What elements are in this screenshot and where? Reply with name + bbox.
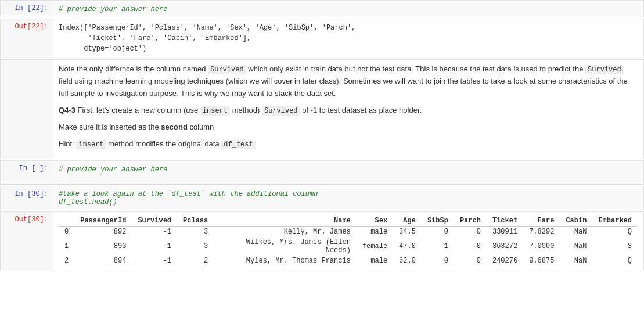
cell-row0-age: 34.5 bbox=[393, 226, 422, 237]
cell-row2-fare: 9.6875 bbox=[523, 256, 560, 266]
cell-out30-label: Out[30]: bbox=[1, 212, 53, 270]
table-row: 1 893 -1 3 Wilkes, Mrs. James (Ellen Nee… bbox=[59, 237, 638, 256]
cell-in30-code: #take a look again at the `df_test` with… bbox=[59, 190, 638, 206]
cell-row1-idx: 1 bbox=[59, 237, 74, 256]
col-header-age: Age bbox=[393, 216, 422, 227]
cell-row1-ticket: 363272 bbox=[487, 237, 523, 256]
cell-row2-pid: 894 bbox=[74, 256, 132, 266]
code-insert: insert bbox=[200, 106, 230, 116]
cell-out22-text: Index(['PassengerId', 'Pclass', 'Name', … bbox=[59, 24, 355, 53]
cell-in-empty-label: In [ ]: bbox=[1, 161, 53, 184]
cell-row1-pclass: 3 bbox=[177, 237, 214, 256]
cell-row1-age: 47.0 bbox=[393, 237, 422, 256]
table-row: 2 894 -1 2 Myles, Mr. Thomas Francis mal… bbox=[59, 256, 638, 266]
cell-row2-age: 62.0 bbox=[393, 256, 422, 266]
col-header-parch: Parch bbox=[454, 216, 487, 227]
cell-row0-cabin: NaN bbox=[560, 226, 592, 237]
cell-row2-embarked: Q bbox=[592, 256, 638, 266]
cell-in30: In [30]: #take a look again at the `df_t… bbox=[0, 186, 644, 210]
para-q43: Q4-3 First, let's create a new column (u… bbox=[59, 105, 638, 117]
cell-row0-ticket: 330911 bbox=[487, 226, 523, 237]
cell-row2-sex: male bbox=[357, 256, 393, 266]
para-second-col: Make sure it is inserted as the second c… bbox=[59, 121, 638, 134]
cell-in30-content[interactable]: #take a look again at the `df_test` with… bbox=[53, 186, 643, 210]
cell-out30-content: PassengerId Survived Pclass Name Sex Age… bbox=[53, 212, 643, 270]
cell-row0-name: Kelly, Mr. James bbox=[214, 226, 357, 237]
cell-row0-fare: 7.8292 bbox=[523, 226, 560, 237]
para-survived-note: Note the only differnce is the column na… bbox=[59, 63, 638, 100]
cell-row1-survived: -1 bbox=[132, 237, 177, 256]
cell-row2-name: Myles, Mr. Thomas Francis bbox=[214, 256, 357, 266]
cell-row0-sex: male bbox=[357, 226, 393, 237]
cell-row2-ticket: 240276 bbox=[487, 256, 523, 266]
cell-out22-content: Index(['PassengerId', 'Pclass', 'Name', … bbox=[53, 19, 643, 58]
cell-row0-survived: -1 bbox=[132, 226, 177, 237]
col-header-survived: Survived bbox=[132, 216, 177, 227]
cell-row2-survived: -1 bbox=[132, 256, 177, 266]
col-header-embarked: Embarked bbox=[592, 216, 638, 227]
cell-row2-idx: 2 bbox=[59, 256, 74, 266]
cell-row1-fare: 7.0000 bbox=[523, 237, 560, 256]
cell-row2-sibsp: 0 bbox=[422, 256, 454, 266]
col-header-cabin: Cabin bbox=[560, 216, 592, 227]
cell-in22-code: # provide your answer here bbox=[59, 5, 167, 13]
col-header-pclass: Pclass bbox=[177, 216, 214, 227]
para-hint: Hint: insert method modifies the origina… bbox=[59, 138, 638, 150]
cell-row0-pclass: 3 bbox=[177, 226, 214, 237]
cell-out22: Out[22]: Index(['PassengerId', 'Pclass',… bbox=[0, 19, 644, 58]
cell-out30: Out[30]: PassengerId Survived Pclass Nam… bbox=[0, 211, 644, 270]
cell-out22-label: Out[22]: bbox=[1, 19, 53, 58]
cell-row0-idx: 0 bbox=[59, 226, 74, 237]
dataframe-table: PassengerId Survived Pclass Name Sex Age… bbox=[59, 216, 638, 266]
col-header-passengerid: PassengerId bbox=[74, 216, 132, 227]
cell-in22-content[interactable]: # provide your answer here bbox=[53, 1, 643, 17]
cell-row1-name: Wilkes, Mrs. James (Ellen Needs) bbox=[214, 237, 357, 256]
col-header-index bbox=[59, 216, 74, 227]
notebook: In [22]: # provide your answer here Out[… bbox=[0, 0, 644, 270]
col-header-sex: Sex bbox=[357, 216, 393, 227]
cell-row1-cabin: NaN bbox=[560, 237, 592, 256]
code-dftest: df_test bbox=[221, 140, 255, 149]
cell-row2-parch: 0 bbox=[454, 256, 487, 266]
cell-row0-sibsp: 0 bbox=[422, 226, 454, 237]
code-survived: Survived bbox=[208, 65, 246, 74]
bold-second: second bbox=[161, 123, 188, 131]
col-header-sibsp: SibSp bbox=[422, 216, 454, 227]
cell-in22-label: In [22]: bbox=[1, 1, 53, 17]
cell-in-empty-code: # provide your answer here bbox=[59, 166, 167, 174]
cell-row1-parch: 0 bbox=[454, 237, 487, 256]
q43-label: Q4-3 bbox=[59, 106, 75, 114]
cell-text1: Note the only differnce is the column na… bbox=[0, 59, 644, 159]
cell-row2-cabin: NaN bbox=[560, 256, 592, 266]
cell-text1-content: Note the only differnce is the column na… bbox=[53, 60, 643, 159]
cell-in30-label: In [30]: bbox=[1, 186, 53, 210]
cell-in-empty-content[interactable]: # provide your answer here bbox=[53, 161, 643, 184]
cell-row1-embarked: S bbox=[592, 237, 638, 256]
cell-row0-parch: 0 bbox=[454, 226, 487, 237]
table-row: 0 892 -1 3 Kelly, Mr. James male 34.5 0 … bbox=[59, 226, 638, 237]
cell-row0-pid: 892 bbox=[74, 226, 132, 237]
col-header-fare: Fare bbox=[523, 216, 560, 227]
code-insert2: insert bbox=[76, 140, 106, 149]
cell-in22: In [22]: # provide your answer here bbox=[0, 0, 644, 17]
code-survived2: Survived bbox=[585, 65, 624, 74]
col-header-ticket: Ticket bbox=[487, 216, 523, 227]
col-header-name: Name bbox=[214, 216, 357, 227]
cell-in-empty: In [ ]: # provide your answer here bbox=[0, 160, 644, 185]
code-survived3: Survived bbox=[262, 106, 300, 116]
cell-text1-gutter bbox=[1, 60, 53, 159]
cell-row0-embarked: Q bbox=[592, 226, 638, 237]
cell-row1-sex: female bbox=[357, 237, 393, 256]
cell-row1-sibsp: 1 bbox=[422, 237, 454, 256]
cell-row2-pclass: 2 bbox=[177, 256, 214, 266]
cell-row1-pid: 893 bbox=[74, 237, 132, 256]
